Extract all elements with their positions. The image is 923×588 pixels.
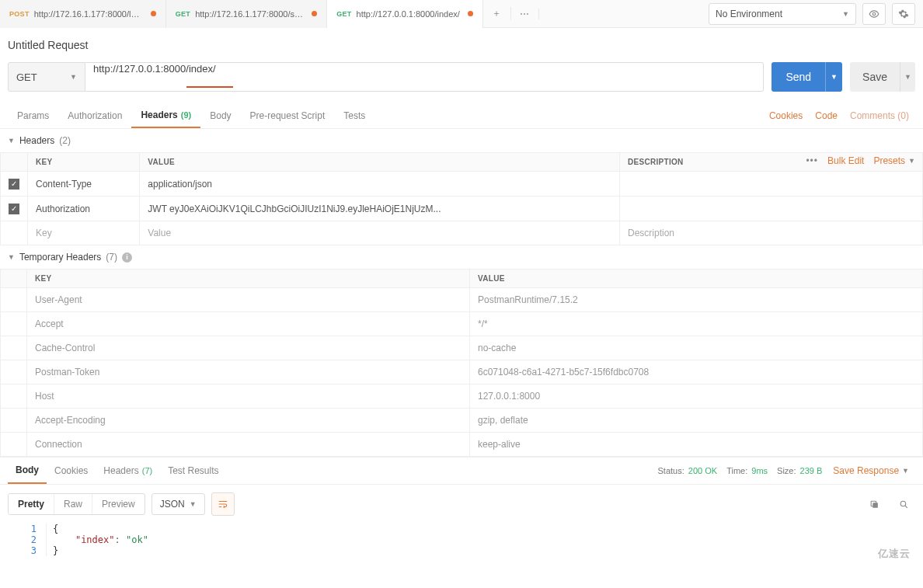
save-dropdown[interactable]: ▼: [900, 62, 915, 92]
header-value[interactable]: JWT eyJ0eXAiOiJKV1QiLCJhbGciOiJIUzI1NiJ9…: [140, 197, 620, 221]
header-value-input[interactable]: Value: [140, 221, 620, 245]
chevron-down-icon: ▼: [902, 467, 909, 475]
method-value: GET: [16, 71, 37, 83]
temp-value: 127.0.0.1:8000: [470, 384, 923, 409]
header-key[interactable]: Authorization: [28, 197, 140, 221]
header-key-input[interactable]: Key: [28, 221, 140, 245]
environment-quicklook-button[interactable]: [862, 3, 886, 25]
headers-count: (9): [181, 110, 191, 120]
col-value: VALUE: [470, 270, 923, 288]
resp-headers-count: (7): [142, 466, 152, 475]
cookies-link[interactable]: Cookies: [763, 110, 809, 121]
temp-key: Accept-Encoding: [27, 409, 470, 433]
temp-headers-title: Temporary Headers: [19, 252, 101, 263]
subtab-tests[interactable]: Tests: [334, 103, 374, 128]
headers-section-title: Headers: [19, 135, 54, 146]
headers-table: KEY VALUE DESCRIPTION ✓ Content-Type app…: [0, 152, 923, 245]
header-desc[interactable]: [620, 172, 923, 197]
temp-value: keep-alive: [470, 433, 923, 457]
response-tab-cookies[interactable]: Cookies: [47, 458, 96, 484]
time-value: 9ms: [751, 466, 768, 475]
request-title[interactable]: Untitled Request: [0, 28, 923, 57]
header-value[interactable]: application/json: [140, 172, 620, 197]
code-line: 2 "index": "ok": [0, 534, 923, 545]
method-select[interactable]: GET ▼: [8, 62, 85, 92]
url-value: http://127.0.0.1:8000/index/: [93, 63, 216, 75]
language-select[interactable]: JSON ▼: [152, 493, 205, 515]
search-response-button[interactable]: [892, 493, 915, 515]
subtab-pre-request-script[interactable]: Pre-request Script: [241, 103, 335, 128]
code-link[interactable]: Code: [809, 110, 844, 121]
chevron-down-icon: ▼: [908, 157, 915, 165]
temp-header-row: User-AgentPostmanRuntime/7.15.2: [1, 288, 923, 312]
temp-value: PostmanRuntime/7.15.2: [470, 288, 923, 312]
code-line: 3}: [0, 545, 923, 556]
header-key[interactable]: Content-Type: [28, 172, 140, 197]
bulk-edit-link[interactable]: Bulk Edit: [827, 155, 864, 166]
line-number: 2: [0, 534, 47, 545]
unsaved-dot-icon: [312, 11, 317, 16]
temp-key: Accept: [27, 312, 470, 336]
headers-section-toggle[interactable]: ▼ Headers (2): [0, 129, 923, 152]
response-tabs: BodyCookiesHeaders(7)Test Results Status…: [0, 457, 923, 485]
temp-key: User-Agent: [27, 288, 470, 312]
send-dropdown[interactable]: ▼: [825, 62, 842, 92]
subtab-headers[interactable]: Headers(9): [131, 103, 200, 128]
temp-key: Cache-Control: [27, 336, 470, 360]
temp-value: 6c071048-c6a1-4271-b5c7-15f6fdbc0708: [470, 360, 923, 384]
request-tabs: POST http://172.16.1.177:8000/login/ GET…: [0, 0, 483, 28]
unsaved-dot-icon: [151, 11, 156, 16]
temp-header-row: Accept*/*: [1, 312, 923, 336]
headers-table-wrapper: ••• Bulk Edit Presets ▼ KEY VALUE DESCRI…: [0, 152, 923, 245]
chevron-down-icon: ▼: [8, 137, 15, 144]
subtab-body[interactable]: Body: [200, 103, 240, 128]
settings-button[interactable]: [892, 3, 915, 25]
send-button[interactable]: Send ▼: [771, 62, 842, 92]
chevron-down-icon: ▼: [842, 10, 849, 18]
subtab-params[interactable]: Params: [8, 103, 58, 128]
chevron-down-icon: ▼: [190, 500, 197, 508]
new-tab-button[interactable]: ＋: [483, 7, 511, 20]
subtab-authorization[interactable]: Authorization: [58, 103, 131, 128]
view-mode-preview[interactable]: Preview: [92, 494, 145, 514]
save-button[interactable]: Save ▼: [850, 62, 915, 92]
request-tab[interactable]: POST http://172.16.1.177:8000/login/: [0, 0, 166, 28]
url-input[interactable]: http://127.0.0.1:8000/index/: [85, 62, 764, 92]
environment-select[interactable]: No Environment ▼: [709, 3, 856, 25]
col-key: KEY: [27, 270, 470, 288]
response-tab-headers[interactable]: Headers(7): [96, 458, 160, 484]
temp-key: Connection: [27, 433, 470, 457]
svg-rect-1: [872, 503, 878, 508]
save-label: Save: [850, 71, 900, 83]
view-mode-raw[interactable]: Raw: [54, 494, 92, 514]
url-highlight: [186, 86, 233, 88]
presets-link[interactable]: Presets ▼: [873, 155, 915, 166]
comments-link[interactable]: Comments (0): [844, 110, 915, 121]
wrap-lines-button[interactable]: [211, 492, 235, 516]
request-tab[interactable]: GET http://172.16.1.177:8000/servic...: [166, 0, 327, 28]
checkbox[interactable]: ✓: [9, 204, 19, 214]
temp-header-row: Accept-Encodinggzip, deflate: [1, 409, 923, 433]
request-tab[interactable]: GET http://127.0.0.1:8000/index/: [327, 0, 483, 28]
copy-response-button[interactable]: [862, 493, 886, 515]
tab-label: http://127.0.0.1:8000/index/: [357, 9, 460, 19]
headers-more-icon[interactable]: •••: [806, 155, 818, 166]
response-tab-body[interactable]: Body: [8, 458, 47, 484]
unsaved-dot-icon: [468, 11, 473, 16]
view-mode-pretty[interactable]: Pretty: [9, 494, 54, 514]
checkbox[interactable]: ✓: [9, 179, 19, 190]
header-desc-input[interactable]: Description: [620, 221, 923, 245]
tab-overflow-button[interactable]: ⋯: [511, 9, 539, 19]
response-body[interactable]: 1{2 "index": "ok"3} 亿速云: [0, 524, 923, 564]
temp-headers-toggle[interactable]: ▼ Temporary Headers (7) i: [0, 245, 923, 269]
line-number: 3: [0, 545, 47, 556]
header-desc[interactable]: [620, 197, 923, 221]
header-row: ✓ Content-Type application/json: [1, 172, 923, 197]
tab-label: http://172.16.1.177:8000/login/: [34, 9, 143, 19]
status-value: 200 OK: [688, 466, 717, 475]
response-tab-test-results[interactable]: Test Results: [160, 458, 226, 484]
tab-label: http://172.16.1.177:8000/servic...: [195, 9, 304, 19]
line-number: 1: [0, 524, 47, 534]
save-response-button[interactable]: Save Response ▼: [827, 465, 915, 476]
info-icon[interactable]: i: [122, 252, 132, 263]
